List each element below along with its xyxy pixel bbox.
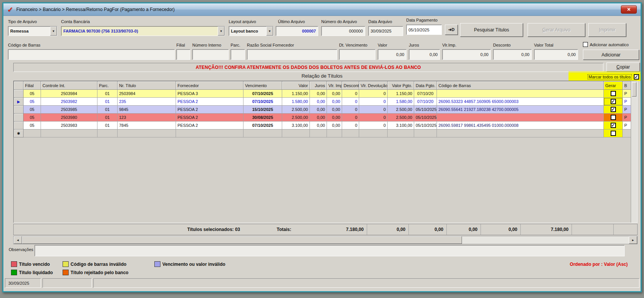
legend-vencimento-invalido: Vencimento ou valor inválido [154, 261, 225, 267]
row-selector[interactable] [14, 122, 24, 129]
totals-row: Títulos selecionados: 03 Totais: 7.180,0… [13, 224, 638, 235]
imprimir-button[interactable]: Imprimir [588, 23, 626, 37]
chevron-down-icon[interactable]: ▼ [218, 27, 225, 36]
ordenado-por-text: Ordenado por : Valor (Asc) [570, 262, 628, 267]
col-filial[interactable]: Filial [24, 81, 41, 90]
col-b[interactable]: B [623, 81, 631, 90]
total-valor-pgto: 7.180,00 [521, 224, 572, 235]
col-gerar[interactable]: Gerar [604, 81, 623, 90]
table-row[interactable]: 05 2503985 01 9845 PESSOA 2 15/10/2025 2… [14, 106, 631, 114]
chevron-down-icon[interactable]: ▼ [50, 27, 57, 36]
parc-label: Parc. [231, 43, 240, 47]
layout-arquivo-label: Layout arquivo [229, 19, 256, 24]
desconto-input[interactable]: 0,00 [493, 49, 532, 60]
new-row[interactable]: ✱ [14, 129, 631, 137]
gerar-checkbox[interactable] [611, 99, 616, 104]
col-desconto[interactable]: Desconto [342, 81, 359, 90]
col-fornecedor[interactable]: Fornecedor [176, 81, 243, 90]
table-row-selected[interactable]: ▶ 05 2503982 01 235 PESSOA 2 07/10/2025 … [14, 98, 631, 106]
row-selector[interactable] [14, 106, 24, 114]
pagfor-window: ✓ Financeiro > Bancário > Remessa/Retorn… [2, 2, 642, 292]
scroll-left-icon[interactable]: ◄ [14, 236, 22, 244]
gerar-checkbox[interactable] [611, 91, 616, 96]
status-date: 30/09/2025 [5, 278, 41, 288]
total-desconto: 0,00 [447, 224, 481, 235]
data-arquivo-field[interactable]: 30/09/2025 [368, 26, 403, 36]
valor-input[interactable]: 0,00 [378, 49, 407, 60]
vertical-scrollbar[interactable] [631, 81, 637, 223]
tipo-arquivo-label: Tipo de Arquivo [8, 19, 37, 24]
gerar-arquivo-button[interactable]: Gerar Arquivo [528, 23, 585, 37]
current-row-arrow-icon[interactable]: ▶ [14, 98, 24, 106]
total-juros: 0,00 [367, 224, 409, 235]
titulos-table: Filial Controle Int. Parc. Nr. Título Fo… [14, 81, 631, 137]
table-row[interactable]: 05 2503980 01 123 PESSOA 2 30/08/2025 2.… [14, 114, 631, 122]
conta-bancaria-label: Conta Bancária [61, 19, 90, 24]
table-row[interactable]: 05 2503984 01 2503984 PESSOA 3 07/10/202… [14, 90, 631, 98]
col-juros[interactable]: Juros [310, 81, 327, 90]
marcar-todos-checkbox[interactable] [634, 74, 639, 80]
warning-bar: ATENÇÃO!!! CONFIRA ATENTAMENTE OS DADOS … [13, 63, 603, 72]
valor-total-input[interactable]: 0,00 [534, 49, 578, 60]
adicionar-automatico-checkbox[interactable] [583, 42, 588, 47]
apply-date-button[interactable]: ➜D [445, 25, 458, 35]
title-bar: ✓ Financeiro > Bancário > Remessa/Retorn… [3, 3, 641, 16]
horizontal-scrollbar-thumb[interactable] [22, 236, 462, 244]
col-vencimento[interactable]: Vencimento [243, 81, 282, 90]
ultimo-arquivo-field[interactable]: 000007 [276, 26, 318, 36]
numero-arquivo-field[interactable]: 000000 [321, 26, 365, 36]
data-arquivo-label: Data Arquivo [368, 19, 392, 24]
totais-label: Totais: [243, 224, 294, 235]
status-panel [42, 278, 92, 288]
observacoes-input[interactable] [35, 245, 625, 256]
adicionar-automatico-option[interactable]: Adicionar automatico [583, 42, 629, 47]
gerar-checkbox[interactable] [611, 123, 616, 128]
numero-arquivo-label: Número do Arquivo [321, 19, 357, 24]
horizontal-scrollbar[interactable]: ◄ ► [13, 236, 638, 244]
chevron-down-icon[interactable]: ▼ [266, 27, 273, 36]
conta-bancaria-select[interactable]: FARMACIA 907030 (756 3133/90703-0) ▼ [61, 26, 225, 36]
col-controle[interactable]: Controle Int. [41, 81, 97, 90]
titulos-grid: Filial Controle Int. Parc. Nr. Título Fo… [13, 81, 638, 223]
col-valor[interactable]: Valor [282, 81, 310, 90]
col-titulo[interactable]: Nr. Título [118, 81, 176, 90]
adicionar-automatico-label: Adicionar automatico [590, 42, 629, 47]
copiar-button[interactable]: Copiar [606, 62, 640, 72]
col-vlr-imp[interactable]: Vlr. Imp. [327, 81, 342, 90]
codigo-barras-input[interactable] [8, 49, 175, 60]
scroll-right-icon[interactable]: ► [629, 236, 637, 244]
vlr-imp-input[interactable]: 0,00 [442, 49, 491, 60]
adicionar-button[interactable]: Adicionar [583, 50, 639, 60]
gerar-checkbox[interactable] [611, 115, 616, 120]
gerar-checkbox[interactable] [611, 107, 616, 112]
col-devolucao[interactable]: Vlr. Devolução [359, 81, 388, 90]
layout-arquivo-select[interactable]: Layout banco ▼ [229, 26, 273, 36]
tipo-arquivo-select[interactable]: Remessa ▼ [8, 26, 57, 36]
marcar-todos-container[interactable]: Marcar todos os títulos [569, 73, 641, 81]
titulos-selecionados: Títulos selecionados: 03 [14, 224, 243, 235]
grid-title: Relação de Títulos [3, 73, 641, 79]
legend-green-swatch [11, 270, 17, 275]
dt-vencimento-label: Dt. Vencimento [339, 43, 368, 47]
filial-input[interactable] [176, 49, 190, 60]
gerar-checkbox[interactable] [611, 131, 616, 136]
legend-red-swatch [11, 261, 17, 267]
col-valor-pgto[interactable]: Valor Pgto. [388, 81, 414, 90]
row-selector[interactable] [14, 114, 24, 122]
pesquisar-titulos-button[interactable]: Pesquisar Títulos [460, 23, 523, 37]
table-row[interactable]: 05 2503983 01 7845 PESSOA 2 07/10/2025 3… [14, 122, 631, 129]
col-data-pgto[interactable]: Data Pgto. [414, 81, 437, 90]
parc-input[interactable] [231, 49, 245, 60]
razao-social-input[interactable] [247, 49, 337, 60]
total-vlr-imp: 0,00 [409, 224, 447, 235]
close-button[interactable]: ✕ [621, 5, 637, 14]
juros-input[interactable]: 0,00 [409, 49, 440, 60]
col-parc[interactable]: Parc. [97, 81, 118, 90]
numero-interno-input[interactable] [192, 49, 229, 60]
dt-vencimento-input[interactable] [339, 49, 375, 60]
vertical-scrollbar-thumb[interactable] [632, 82, 636, 97]
row-selector[interactable] [14, 90, 24, 98]
total-valor: 7.180,00 [294, 224, 367, 235]
col-codigo-barras[interactable]: Código de Barras [437, 81, 604, 90]
data-pagamento-field[interactable]: 05/10/2025 [406, 25, 442, 35]
